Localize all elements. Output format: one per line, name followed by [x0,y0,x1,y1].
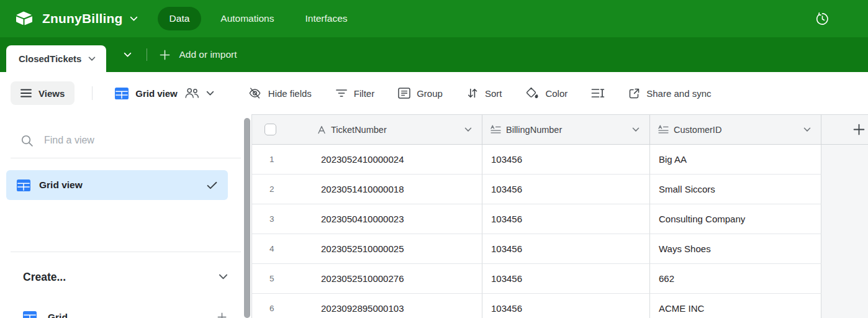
filter-button[interactable]: Filter [327,81,383,105]
cell-value: 662 [650,273,674,284]
content-area: Grid view Create... Grid [0,114,868,318]
cell-customerid[interactable]: Small Siccors [650,175,821,204]
cell-customerid[interactable]: Big AA [650,145,821,175]
tab-interfaces[interactable]: Interfaces [293,7,359,30]
grid-view-icon [17,179,30,191]
base-menu-chevron-icon[interactable] [130,16,138,22]
single-line-text-field-icon [317,125,326,134]
cell-ticketnumber[interactable]: 2 2023051410000018 [252,175,482,204]
sort-icon [466,88,479,99]
row-number: 4 [252,244,317,253]
views-sidebar-toggle-button[interactable]: Views [11,81,75,105]
add-field-button[interactable] [821,115,868,144]
cell-empty [821,234,868,264]
cell-value: Big AA [650,154,687,165]
cell-ticketnumber[interactable]: 4 2023052510000025 [252,234,482,264]
cell-value: 103456 [482,184,522,194]
cell-billingnumber[interactable]: 103456 [482,234,650,264]
cell-customerid[interactable]: ACME INC [650,294,821,318]
group-button[interactable]: Group [389,81,451,105]
table-row[interactable]: 2 2023051410000018 103456 Small Siccors [252,175,868,204]
find-view-input[interactable] [44,135,233,146]
row-number: 2 [252,184,317,194]
column-header-ticketnumber[interactable]: TicketNumber [252,115,482,144]
sidebar-item-grid-view[interactable]: Grid view [6,170,228,200]
hamburger-icon [20,89,32,98]
column-menu-chevron-icon[interactable] [803,127,811,132]
tables-list-chevron-icon[interactable] [121,50,134,60]
create-collapse-button[interactable]: Create... [23,268,228,286]
row-height-button[interactable] [582,81,613,105]
cell-empty [821,145,868,175]
group-icon [398,88,410,99]
table-row[interactable]: 5 2023052510000276 103456 662 [252,264,868,294]
table-row[interactable]: 1 2023052410000024 103456 Big AA [252,145,868,175]
grid-view-icon [23,311,37,318]
table-row[interactable]: 4 2023052510000025 103456 Ways Shoes [252,234,868,264]
cell-billingnumber[interactable]: 103456 [482,145,650,175]
column-menu-chevron-icon[interactable] [464,127,472,132]
cell-billingnumber[interactable]: 103456 [482,175,650,204]
cell-value: 2023092895000103 [317,303,404,314]
app-logo-icon[interactable] [16,11,33,26]
view-switcher-button[interactable]: Grid view [107,81,222,105]
chevron-down-icon [219,274,228,280]
hide-fields-label: Hide fields [268,88,312,99]
table-tab-closedtickets[interactable]: ClosedTickets [6,45,106,72]
grid-view-icon [115,88,129,99]
tabbar-actions: Add or import [121,37,237,72]
row-height-icon [591,88,605,98]
column-header-customerid[interactable]: CustomerID [650,115,821,144]
cell-ticketnumber[interactable]: 5 2023052510000276 [252,264,482,294]
history-icon[interactable] [815,12,830,26]
create-option-grid[interactable]: Grid [23,311,227,318]
toolbar-divider [92,86,93,100]
column-menu-chevron-icon[interactable] [632,127,640,132]
current-view-name: Grid view [135,88,178,99]
sort-button[interactable]: Sort [458,81,511,105]
select-all-checkbox[interactable] [264,124,276,135]
cell-empty [821,264,868,294]
tab-automations[interactable]: Automations [209,7,286,30]
cell-billingnumber[interactable]: 103456 [482,294,650,318]
table-row[interactable]: 6 2023092895000103 103456 ACME INC [252,294,868,318]
top-navigation: Data Automations Interfaces [158,7,359,30]
views-sidebar: Grid view Create... Grid [0,114,251,318]
cell-value: 2023050410000023 [317,214,404,224]
add-or-import-button[interactable]: Add or import [160,49,237,60]
cell-value: 103456 [482,243,522,254]
table-header-row: TicketNumber BillingNumber CustomerID [252,115,868,145]
cell-value: 2023052510000276 [317,273,404,284]
cell-customerid[interactable]: Ways Shoes [650,234,821,264]
cell-billingnumber[interactable]: 103456 [482,264,650,294]
cell-billingnumber[interactable]: 103456 [482,204,650,234]
view-toolbar: Views Grid view Hide fields Filter Group… [0,72,868,114]
create-option-label: Grid [48,312,68,318]
share-and-sync-button[interactable]: Share and sync [620,81,720,105]
column-header-billingnumber[interactable]: BillingNumber [482,115,650,144]
cell-ticketnumber[interactable]: 1 2023052410000024 [252,145,482,175]
cell-empty [821,204,868,234]
cell-customerid[interactable]: 662 [650,264,821,294]
add-or-import-label: Add or import [179,49,237,60]
paint-bucket-icon [525,87,539,99]
color-button[interactable]: Color [517,81,576,105]
row-number: 5 [252,274,317,283]
table-tab-label: ClosedTickets [19,53,81,64]
base-title: ZnunyBilling [42,11,123,26]
plus-icon [853,124,865,135]
plus-icon[interactable] [217,312,227,318]
sidebar-scrollbar[interactable] [244,118,250,318]
plus-icon [160,50,170,60]
sort-label: Sort [485,88,502,99]
tab-data[interactable]: Data [158,7,202,30]
tabbar-divider [147,48,147,61]
external-link-icon [628,88,640,99]
cell-customerid[interactable]: Consulting Company [650,204,821,234]
cell-value: 103456 [482,214,522,224]
cell-ticketnumber[interactable]: 3 2023050410000023 [252,204,482,234]
cell-ticketnumber[interactable]: 6 2023092895000103 [252,294,482,318]
table-row[interactable]: 3 2023050410000023 103456 Consulting Com… [252,204,868,234]
collaborators-icon [184,88,199,99]
hide-fields-button[interactable]: Hide fields [239,81,320,105]
